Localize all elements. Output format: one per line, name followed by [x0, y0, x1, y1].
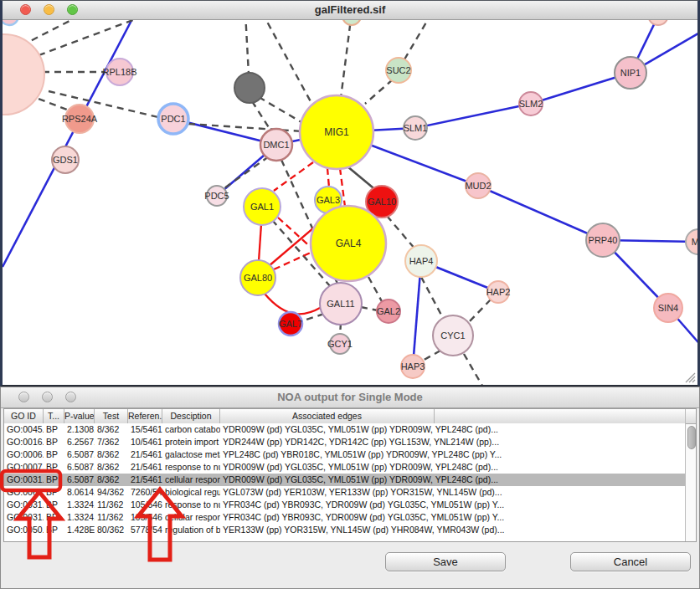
cell-p_value: 2.1308... [64, 423, 95, 436]
cell-edges: YDR009W (pd) YGL035C, YML051W (pp) YDR00… [220, 474, 685, 486]
cell-p_value: 1.428E... [64, 524, 95, 536]
table-row[interactable]: GO:0006...BP6.5087...8/36221/54615galact… [4, 448, 685, 461]
save-button[interactable]: Save [385, 552, 506, 571]
column-header-go-id[interactable]: GO ID [4, 409, 44, 423]
cell-reference: 105/546... [128, 511, 162, 524]
node-dmc1[interactable] [260, 129, 292, 161]
cell-description: response to nut... [162, 499, 220, 511]
cell-p_value: 6.2567... [64, 436, 95, 448]
network-edge[interactable] [327, 168, 329, 187]
column-header-p-value[interactable]: P-value [64, 409, 95, 423]
node-unlabeled[interactable] [234, 73, 265, 103]
node-rpl18b[interactable] [106, 59, 133, 85]
network-window-title: galFiltered.sif [3, 1, 697, 19]
network-edge[interactable] [464, 354, 482, 385]
network-edge[interactable] [365, 79, 393, 104]
node-gal4[interactable] [311, 206, 386, 281]
network-edge[interactable] [265, 294, 322, 314]
cell-p_value: 1.3324... [64, 511, 95, 524]
node-gal2[interactable] [377, 300, 400, 323]
network-edge[interactable] [387, 216, 415, 249]
node-sin4[interactable] [654, 294, 682, 322]
node-ms[interactable] [686, 229, 697, 254]
cell-type: BP [44, 423, 64, 436]
table-row[interactable]: GO:0045...BP2.1308...8/36215/54615carbon… [4, 423, 685, 436]
table-row[interactable]: GO:0016...BP6.2567...7/36210/54615protei… [4, 436, 685, 448]
node-hap4[interactable] [405, 245, 437, 277]
node-unlabeled[interactable] [3, 34, 44, 115]
cancel-button[interactable]: Cancel [570, 552, 691, 571]
node-pdc5[interactable] [207, 186, 227, 206]
network-edge[interactable] [262, 13, 312, 105]
network-edge[interactable] [421, 277, 444, 320]
cell-reference: 105/546... [128, 499, 162, 511]
node-gal7[interactable] [279, 312, 302, 335]
node-gal80[interactable] [240, 260, 275, 295]
resize-grip-icon[interactable] [686, 373, 695, 382]
network-edge[interactable] [252, 101, 271, 131]
cell-description: regulation of bi... [162, 524, 220, 536]
network-edge[interactable] [368, 277, 383, 303]
cell-reference: 7260/54... [128, 486, 162, 499]
table-row[interactable]: GO:0065...BP8.0614...94/3627260/54...bio… [4, 486, 685, 499]
cell-p_value: 6.5087... [64, 448, 95, 461]
cell-go_id: GO:0031... [4, 474, 44, 486]
network-edge[interactable] [259, 224, 261, 261]
node-mig1[interactable] [300, 95, 373, 169]
node-cyc1[interactable] [433, 315, 473, 356]
cell-description: protein import i... [162, 436, 220, 448]
network-canvas[interactable]: RPL18BRPS24AGDS1PDC1DMC1MIG1SLM1SLM2NIP1… [3, 1, 697, 385]
column-header-t-[interactable]: T... [44, 409, 64, 423]
cell-go_id: GO:0031... [4, 511, 44, 524]
network-edge[interactable] [222, 156, 269, 190]
scrollbar-thumb[interactable] [687, 426, 696, 449]
node-slm1[interactable] [404, 116, 427, 140]
vertical-scrollbar[interactable] [685, 409, 696, 541]
cell-description: response to nut... [162, 461, 220, 474]
table-row[interactable]: GO:0031...BP1.3324...11/362105/546...res… [4, 499, 685, 511]
network-edge[interactable] [301, 314, 324, 321]
cell-type: BP [44, 524, 64, 536]
cell-edges: YPL248C (pd) YBR018C, YML051W (pp) YDR00… [220, 448, 685, 461]
cell-test: 8/362 [95, 461, 128, 474]
column-header-associated-edges[interactable]: Associated edges [220, 409, 435, 423]
node-mud2[interactable] [466, 173, 491, 198]
network-edge[interactable] [259, 97, 306, 125]
node-gcy1[interactable] [330, 334, 350, 354]
node-rps24a[interactable] [65, 105, 94, 133]
network-edge[interactable] [245, 13, 249, 74]
cell-go_id: GO:0016... [4, 436, 44, 448]
cell-edges: YGL073W (pd) YER103W, YER133W (pp) YOR31… [220, 486, 685, 499]
network-edge[interactable] [421, 351, 440, 361]
node-prp40[interactable] [586, 223, 620, 257]
network-edge[interactable] [478, 186, 603, 240]
node-gds1[interactable] [52, 146, 79, 173]
column-header-referen-[interactable]: Referen... [128, 409, 162, 423]
column-header-desciption[interactable]: Desciption [162, 409, 220, 423]
table-row[interactable]: GO:0031...BP1.3324...11/362105/546...cel… [4, 511, 685, 524]
node-slm2[interactable] [519, 92, 543, 115]
network-edge[interactable] [361, 307, 378, 310]
network-edge[interactable] [415, 104, 531, 128]
cell-edges: YDR009W (pd) YGL035C, YML051W (pp) YDR00… [220, 423, 685, 436]
node-nip1[interactable] [615, 57, 646, 89]
table-row[interactable]: GO:0007...BP6.5087...8/36221/54615respon… [4, 461, 685, 474]
node-hap2[interactable] [487, 281, 509, 303]
node-suc2[interactable] [386, 58, 411, 83]
cell-reference: 5778/54... [128, 524, 162, 536]
node-gal11[interactable] [320, 283, 362, 325]
node-hap3[interactable] [401, 355, 425, 378]
cell-description: cellular respons... [162, 511, 220, 524]
cell-description: galactose meta... [162, 448, 220, 461]
network-edge[interactable] [469, 300, 491, 322]
table-row[interactable]: GO:0050...BP1.428E...80/3625778/54...reg… [4, 524, 685, 536]
cell-test: 8/362 [95, 423, 128, 436]
cell-description: carbon cataboli... [162, 423, 220, 436]
table-row-selected[interactable]: GO:0031...BP6.5087...8/36221/54615cellul… [4, 474, 685, 486]
cell-p_value: 6.5087... [64, 461, 95, 474]
node-gal1[interactable] [244, 188, 281, 225]
column-header-test[interactable]: Test [95, 409, 128, 423]
cell-reference: 21/54615 [128, 461, 162, 474]
node-pdc1[interactable] [158, 104, 188, 134]
cell-go_id: GO:0031... [4, 499, 44, 511]
